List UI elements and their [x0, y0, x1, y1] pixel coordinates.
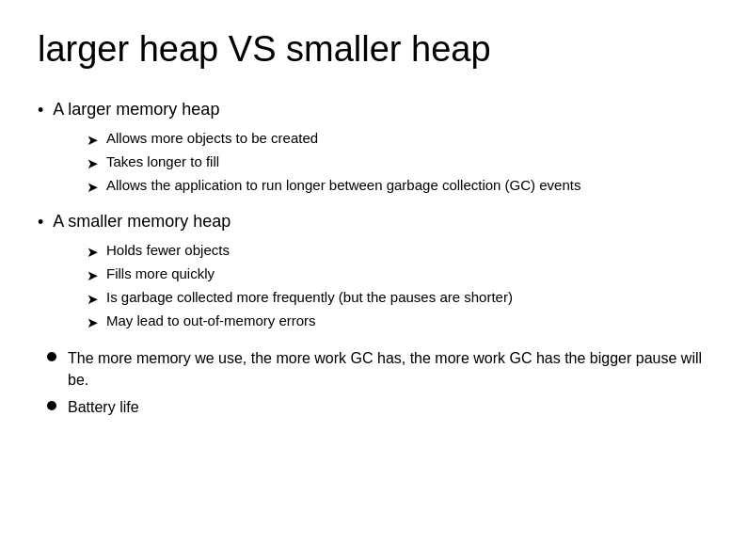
larger-sub-text-2: Takes longer to fill — [106, 152, 219, 171]
larger-sub-2: ➤ Takes longer to fill — [87, 152, 709, 173]
arrow-icon-6: ➤ — [87, 289, 99, 309]
section-larger-heap: • A larger memory heap ➤ Allows more obj… — [38, 98, 709, 197]
arrow-icon-7: ➤ — [87, 312, 99, 332]
smaller-heap-heading: • A smaller memory heap — [38, 210, 709, 234]
larger-sub-text-3: Allows the application to run longer bet… — [106, 175, 580, 195]
bottom-text-2: Battery life — [68, 396, 139, 418]
larger-sub-1: ➤ Allows more objects to be created — [87, 128, 709, 150]
smaller-sub-text-2: Fills more quickly — [106, 264, 215, 283]
section-smaller-heap: • A smaller memory heap ➤ Holds fewer ob… — [38, 210, 709, 332]
slide-title: larger heap VS smaller heap — [38, 28, 709, 72]
larger-sub-text-1: Allows more objects to be created — [106, 128, 318, 148]
smaller-sub-text-4: May lead to out-of-memory errors — [106, 311, 316, 330]
bullet-dot-2: • — [38, 211, 43, 234]
circle-dot-2 — [47, 401, 56, 410]
arrow-icon-3: ➤ — [87, 177, 99, 197]
bottom-text-1: The more memory we use, the more work GC… — [68, 347, 709, 391]
smaller-sub-4: ➤ May lead to out-of-memory errors — [87, 311, 709, 332]
smaller-sub-text-1: Holds fewer objects — [106, 240, 230, 260]
arrow-icon-1: ➤ — [87, 130, 99, 150]
larger-heap-heading: • A larger memory heap — [38, 98, 709, 122]
smaller-sub-3: ➤ Is garbage collected more frequently (… — [87, 287, 709, 309]
larger-sub-3: ➤ Allows the application to run longer b… — [87, 175, 709, 197]
arrow-icon-2: ➤ — [87, 153, 99, 173]
smaller-heap-subbullets: ➤ Holds fewer objects ➤ Fills more quick… — [87, 240, 709, 332]
arrow-icon-5: ➤ — [87, 265, 99, 285]
arrow-icon-4: ➤ — [87, 242, 99, 262]
larger-heap-label: A larger memory heap — [53, 98, 219, 121]
smaller-sub-1: ➤ Holds fewer objects — [87, 240, 709, 262]
larger-heap-subbullets: ➤ Allows more objects to be created ➤ Ta… — [87, 128, 709, 197]
circle-dot-1 — [47, 352, 56, 361]
bottom-bullets-section: The more memory we use, the more work GC… — [47, 347, 709, 419]
smaller-sub-2: ➤ Fills more quickly — [87, 264, 709, 285]
bottom-bullet-2: Battery life — [47, 396, 709, 418]
bottom-bullet-1: The more memory we use, the more work GC… — [47, 347, 709, 391]
smaller-heap-label: A smaller memory heap — [53, 210, 230, 233]
bullet-dot-1: • — [38, 99, 43, 122]
smaller-sub-text-3: Is garbage collected more frequently (bu… — [106, 287, 513, 307]
slide: larger heap VS smaller heap • A larger m… — [0, 0, 747, 560]
